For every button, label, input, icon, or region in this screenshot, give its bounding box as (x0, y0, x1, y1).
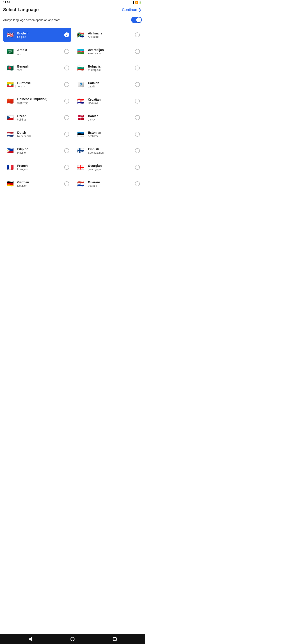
status-icons: ▐ 📶 🔋 (132, 1, 142, 4)
lang-native-nl: Nederlands (17, 134, 62, 138)
radio-hr[interactable] (135, 98, 140, 104)
language-item-en[interactable]: 🇬🇧EnglishEnglish (3, 28, 71, 42)
lang-name-bn: Bengali (17, 64, 62, 68)
signal-icon: ▐ (132, 1, 134, 4)
page-title: Select Language (3, 7, 39, 12)
language-item-my[interactable]: 🇲🇲Burmeseမြန်မာ (3, 77, 71, 92)
flag-cs: 🇨🇿 (5, 113, 15, 122)
lang-name-bg: Bulgarian (88, 64, 133, 68)
lang-name-en: English (17, 31, 62, 35)
header: Select Language Continue ❯ (0, 5, 145, 14)
radio-ar[interactable] (64, 49, 69, 54)
language-item-ka[interactable]: 🇬🇪Georgianქართული (74, 160, 142, 174)
flag-ca: 🏴󠁥󠁳󠁣󠁴󠁿 (76, 80, 86, 90)
radio-bn[interactable] (64, 66, 69, 70)
radio-nl[interactable] (64, 132, 69, 137)
flag-fr: 🇫🇷 (5, 162, 15, 172)
language-item-nl[interactable]: 🇳🇱DutchNederlands (3, 127, 71, 141)
lang-native-my: မြန်မာ (17, 85, 62, 88)
lang-native-af: Afrikaans (88, 35, 133, 38)
flag-gn: 🇵🇾 (76, 179, 86, 189)
lang-native-de: Deutsch (17, 184, 62, 188)
language-item-bg[interactable]: 🇧🇬Bulgarianбългарски (74, 61, 142, 75)
chevron-right-icon: ❯ (138, 8, 141, 12)
flag-nl: 🇳🇱 (5, 129, 15, 139)
radio-af[interactable] (135, 32, 140, 37)
language-item-bn[interactable]: 🇧🇩Bengaliবাংলা (3, 61, 71, 75)
auto-show-toggle[interactable] (131, 17, 142, 23)
flag-my: 🇲🇲 (5, 80, 15, 90)
status-time: 12:01 (3, 1, 10, 4)
lang-native-fi: Suomalainen (88, 151, 133, 154)
lang-native-ar: عربي (17, 52, 62, 55)
lang-name-my: Burmese (17, 81, 62, 85)
language-item-gn[interactable]: 🇵🇾Guaraniguaraní (74, 177, 142, 191)
lang-name-da: Danish (88, 114, 133, 118)
flag-da: 🇩🇰 (76, 113, 86, 122)
lang-name-ca: Catalan (88, 81, 133, 85)
lang-name-fi: Finnish (88, 147, 133, 151)
radio-et[interactable] (135, 132, 140, 137)
language-item-az[interactable]: 🇦🇿AzerbaijanAzərbaycan (74, 44, 142, 58)
radio-gn[interactable] (135, 181, 140, 186)
flag-en: 🇬🇧 (5, 30, 15, 40)
language-item-ca[interactable]: 🏴󠁥󠁳󠁣󠁴󠁿Catalancatalà (74, 77, 142, 92)
flag-ka: 🇬🇪 (76, 162, 86, 172)
language-item-et[interactable]: 🇪🇪Estonianeesti keel (74, 127, 142, 141)
radio-fi[interactable] (135, 148, 140, 153)
lang-native-az: Azərbaycan (88, 52, 133, 55)
lang-name-gn: Guarani (88, 180, 133, 184)
toggle-label: Always language screen opens on app star… (3, 18, 60, 22)
auto-show-toggle-row: Always language screen opens on app star… (0, 14, 145, 25)
language-item-fr[interactable]: 🇫🇷FrenchFrançais (3, 160, 71, 174)
language-item-fi[interactable]: 🇫🇮FinnishSuomalainen (74, 144, 142, 158)
flag-fil: 🇵🇭 (5, 146, 15, 156)
radio-az[interactable] (135, 49, 140, 54)
lang-native-da: dansk (88, 118, 133, 121)
lang-name-ar: Arabic (17, 48, 62, 52)
continue-button[interactable]: Continue ❯ (122, 8, 141, 12)
language-item-cs[interactable]: 🇨🇿Czechčeština (3, 110, 71, 125)
lang-native-ca: català (88, 85, 133, 88)
radio-de[interactable] (64, 181, 69, 186)
language-item-af[interactable]: 🇿🇦AfrikaansAfrikaans (74, 28, 142, 42)
language-item-de[interactable]: 🇩🇪GermanDeutsch (3, 177, 71, 191)
lang-native-fr: Français (17, 168, 62, 171)
status-bar: 12:01 ▐ 📶 🔋 (0, 0, 145, 5)
radio-en[interactable] (64, 32, 69, 37)
language-grid: 🇬🇧EnglishEnglish🇿🇦AfrikaansAfrikaans🇸🇦Ar… (0, 26, 145, 192)
radio-fr[interactable] (64, 165, 69, 170)
language-item-da[interactable]: 🇩🇰Danishdansk (74, 110, 142, 125)
continue-label: Continue (122, 8, 137, 12)
lang-name-az: Azerbaijan (88, 48, 133, 52)
radio-my[interactable] (64, 82, 69, 87)
flag-et: 🇪🇪 (76, 129, 86, 139)
radio-zh[interactable] (64, 98, 69, 104)
language-item-ar[interactable]: 🇸🇦Arabicعربي (3, 44, 71, 58)
radio-ka[interactable] (135, 165, 140, 170)
lang-native-zh: 简体中文 (17, 101, 62, 105)
flag-ar: 🇸🇦 (5, 46, 15, 56)
flag-hr: 🇭🇷 (76, 96, 86, 106)
radio-ca[interactable] (135, 82, 140, 87)
radio-bg[interactable] (135, 66, 140, 70)
radio-da[interactable] (135, 115, 140, 120)
lang-name-fr: French (17, 164, 62, 168)
lang-native-hr: Hrvatski (88, 102, 133, 105)
lang-name-de: German (17, 180, 62, 184)
lang-name-hr: Croatian (88, 98, 133, 102)
radio-cs[interactable] (64, 115, 69, 120)
lang-native-gn: guaraní (88, 184, 133, 188)
flag-bn: 🇧🇩 (5, 63, 15, 73)
flag-af: 🇿🇦 (76, 30, 86, 40)
lang-name-af: Afrikaans (88, 31, 133, 35)
radio-fil[interactable] (64, 148, 69, 153)
language-item-zh[interactable]: 🇨🇳Chinese (Simplified)简体中文 (3, 94, 71, 108)
lang-native-ka: ქართული (88, 168, 133, 171)
lang-name-nl: Dutch (17, 130, 62, 134)
lang-native-et: eesti keel (88, 134, 133, 138)
language-item-fil[interactable]: 🇵🇭FilipinoFilipino (3, 144, 71, 158)
flag-zh: 🇨🇳 (5, 96, 15, 106)
language-item-hr[interactable]: 🇭🇷CroatianHrvatski (74, 94, 142, 108)
battery-icon: 🔋 (139, 1, 142, 4)
